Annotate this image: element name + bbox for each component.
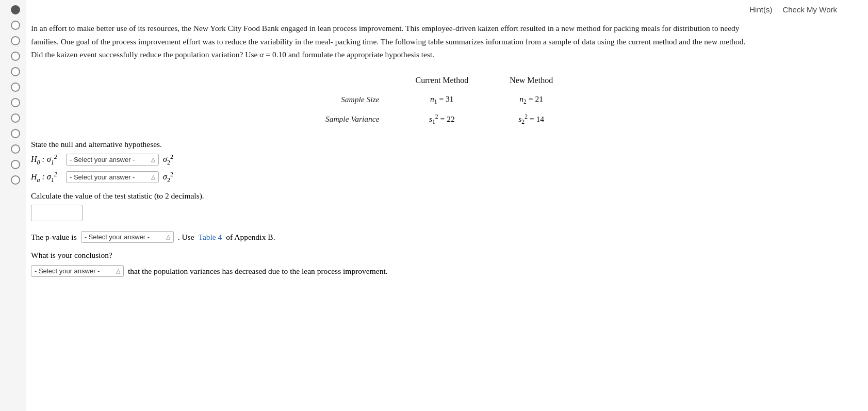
radio-circle-8[interactable] [11, 113, 20, 123]
radio-circle-7[interactable] [11, 98, 20, 107]
sample-variance-col2: s22 = 14 [489, 109, 574, 129]
ha-select-arrow: △ [151, 174, 155, 180]
test-stat-label: Calculate the value of the test statisti… [31, 191, 847, 201]
h0-select-arrow: △ [151, 156, 155, 163]
pvalue-suffix: . Use [178, 233, 194, 242]
h0-select-text: - Select your answer - [70, 156, 135, 163]
conclusion-select[interactable]: - Select your answer - △ [31, 265, 124, 277]
pvalue-select[interactable]: - Select your answer - △ [81, 231, 174, 243]
pvalue-prefix: The p-value is [31, 233, 77, 242]
sample-variance-col1: s12 = 22 [395, 109, 489, 129]
test-stat-section: Calculate the value of the test statisti… [31, 191, 847, 223]
radio-circle-12[interactable] [11, 175, 20, 185]
radio-circle-9[interactable] [11, 129, 20, 138]
data-table-section: Current Method New Method Sample Size n1… [31, 72, 847, 129]
h0-select[interactable]: - Select your answer - △ [66, 154, 159, 166]
radio-circle-2[interactable] [11, 21, 20, 30]
problem-text: In an effort to make better use of its r… [31, 22, 753, 61]
conclusion-suffix: that the population variances has decrea… [128, 267, 388, 276]
ha-row: Ha : σ12 - Select your answer - △ σ22 [31, 171, 847, 184]
data-table: Current Method New Method Sample Size n1… [305, 72, 574, 129]
col1-header: Current Method [395, 72, 489, 90]
table4-link[interactable]: Table 4 [199, 233, 222, 242]
sample-size-label: Sample Size [305, 90, 395, 109]
sample-size-col2: n2 = 21 [489, 90, 574, 109]
radio-circle-10[interactable] [11, 144, 20, 154]
pvalue-select-text: - Select your answer - [85, 233, 150, 241]
pvalue-appendix: of Appendix B. [226, 233, 275, 242]
pvalue-section: The p-value is - Select your answer - △ … [31, 231, 847, 243]
check-my-work-link[interactable]: Check My Work [782, 5, 837, 14]
ha-suffix: σ22 [163, 171, 173, 184]
sample-size-col1: n1 = 31 [395, 90, 489, 109]
sample-variance-label: Sample Variance [305, 109, 395, 129]
conclusion-row: - Select your answer - △ that the popula… [31, 265, 847, 277]
ha-label: Ha : σ12 [31, 171, 62, 184]
radio-circle-4[interactable] [11, 52, 20, 61]
h0-suffix: σ22 [163, 153, 173, 167]
h0-label: H0 : σ12 [31, 153, 62, 167]
col2-header: New Method [489, 72, 574, 90]
sidebar [0, 0, 26, 411]
radio-circle-1[interactable] [11, 5, 20, 14]
conclusion-select-arrow: △ [116, 268, 120, 274]
test-stat-input[interactable] [31, 205, 83, 221]
radio-circle-5[interactable] [11, 67, 20, 76]
radio-circle-3[interactable] [11, 36, 20, 45]
conclusion-select-text: - Select your answer - [35, 267, 100, 275]
h0-row: H0 : σ12 - Select your answer - △ σ22 [31, 153, 847, 167]
ha-select[interactable]: - Select your answer - △ [66, 171, 159, 183]
conclusion-section: What is your conclusion? - Select your a… [31, 251, 847, 277]
ha-select-text: - Select your answer - [70, 173, 135, 181]
radio-circle-6[interactable] [11, 83, 20, 92]
main-content: Hint(s) Check My Work In an effort to ma… [26, 0, 868, 411]
pvalue-select-arrow: △ [166, 234, 170, 240]
hints-link[interactable]: Hint(s) [749, 5, 772, 14]
state-hypotheses-text: State the null and alternative hypothese… [31, 140, 847, 149]
conclusion-question: What is your conclusion? [31, 251, 847, 260]
top-bar: Hint(s) Check My Work [31, 5, 847, 14]
radio-circle-11[interactable] [11, 160, 20, 169]
